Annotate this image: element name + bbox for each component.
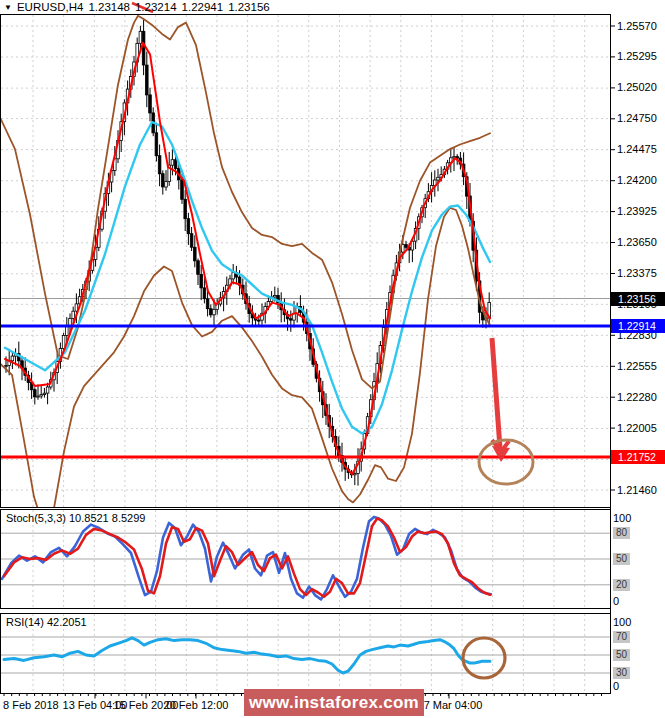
stoch-pane[interactable]	[0, 510, 610, 608]
price-axis[interactable]	[611, 15, 665, 693]
chart-symbol: EURUSD,H4	[17, 1, 83, 13]
price-high: 1.23214	[135, 1, 177, 13]
main-chart-pane[interactable]	[0, 15, 610, 507]
time-axis[interactable]	[0, 694, 610, 718]
symbol-dropdown-icon[interactable]: ▼	[4, 3, 12, 12]
rsi-pane[interactable]	[0, 614, 610, 693]
chart-title: ▼EURUSD,H41.231481.232141.229411.23156	[4, 1, 275, 13]
price-open: 1.23148	[88, 1, 130, 13]
price-low: 1.22941	[182, 1, 224, 13]
trading-chart-window: { "window": { "title": { "dropdown_icon"…	[0, 0, 665, 718]
price-close: 1.23156	[228, 1, 270, 13]
